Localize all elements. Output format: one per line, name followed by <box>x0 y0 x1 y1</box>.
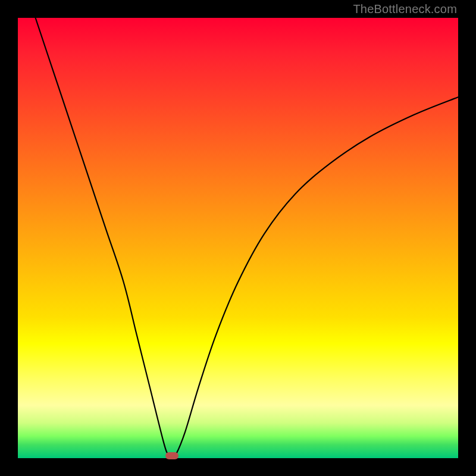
plot-area <box>18 18 458 458</box>
chart-frame: TheBottleneck.com <box>0 0 476 476</box>
bottleneck-curve <box>18 18 458 458</box>
watermark-text: TheBottleneck.com <box>353 2 457 16</box>
optimum-marker <box>165 452 178 459</box>
